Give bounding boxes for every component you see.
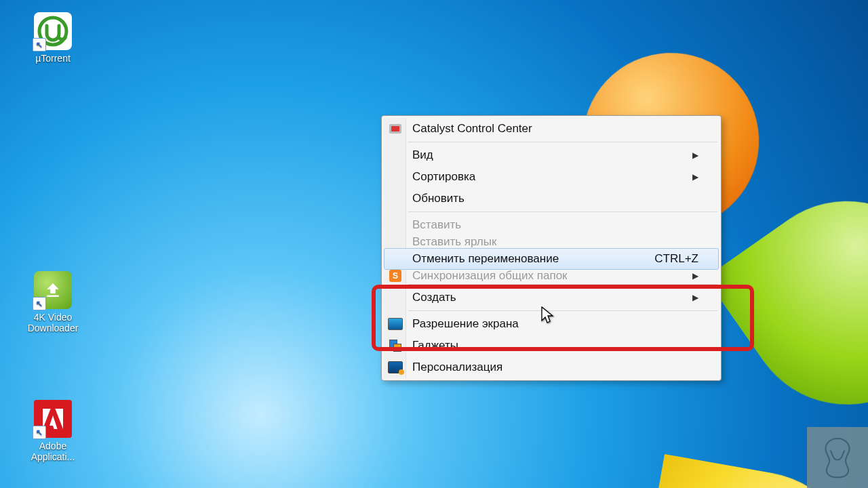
menu-item-label: Гаджеты bbox=[412, 339, 458, 352]
menu-item-personalize[interactable]: Персонализация bbox=[384, 357, 719, 378]
menu-item-new[interactable]: Создать ▶ bbox=[384, 287, 719, 308]
menu-item-label: Создать bbox=[412, 291, 456, 304]
desktop-icon-label: 4K Video Downloader bbox=[19, 312, 87, 333]
shortcut-overlay-icon bbox=[33, 38, 46, 52]
watermark-badge bbox=[807, 427, 868, 488]
menu-item-shared-folder-sync[interactable]: S Синхронизация общих папок ▶ bbox=[384, 270, 719, 282]
gadgets-icon bbox=[388, 338, 403, 353]
desktop-icon-label: Adobe Applicati... bbox=[19, 441, 87, 462]
menu-item-sort[interactable]: Сортировка ▶ bbox=[384, 166, 719, 188]
menu-separator bbox=[408, 211, 717, 212]
menu-item-label: Обновить bbox=[412, 192, 465, 205]
desktop-icon-utorrent[interactable]: µTorrent bbox=[19, 12, 87, 64]
menu-item-screen-resolution[interactable]: Разрешение экрана bbox=[384, 313, 719, 335]
menu-item-label: Вставить bbox=[412, 218, 461, 232]
menu-item-label: Вид bbox=[412, 148, 433, 162]
menu-item-gadgets[interactable]: Гаджеты bbox=[384, 335, 719, 357]
menu-item-label: Разрешение экрана bbox=[412, 317, 519, 331]
menu-separator bbox=[408, 142, 717, 142]
menu-item-paste-shortcut: Вставить ярлык bbox=[384, 236, 719, 248]
submenu-arrow-icon: ▶ bbox=[692, 293, 698, 302]
submenu-arrow-icon: ▶ bbox=[692, 150, 698, 160]
personalize-icon bbox=[388, 360, 403, 375]
ati-icon bbox=[388, 121, 403, 136]
menu-item-refresh[interactable]: Обновить bbox=[384, 188, 719, 209]
menu-separator bbox=[408, 310, 717, 311]
shortcut-overlay-icon bbox=[33, 426, 46, 439]
menu-item-paste: Вставить bbox=[384, 214, 719, 236]
menu-item-label: Персонализация bbox=[412, 361, 502, 374]
menu-item-accelerator: CTRL+Z bbox=[654, 252, 698, 266]
desktop-icon-adobe[interactable]: Adobe Applicati... bbox=[19, 400, 87, 462]
submenu-arrow-icon: ▶ bbox=[692, 271, 698, 281]
menu-separator bbox=[408, 284, 717, 285]
desktop-context-menu: Catalyst Control Center Вид ▶ Сортировка… bbox=[381, 115, 722, 381]
menu-item-undo-rename[interactable]: Отменить переименование CTRL+Z bbox=[384, 248, 719, 270]
desktop-icon-label: µTorrent bbox=[19, 53, 87, 64]
menu-item-label: Сортировка bbox=[412, 170, 475, 184]
menu-item-label: Синхронизация общих папок bbox=[412, 270, 568, 282]
desktop-icon-4kvideo[interactable]: 4K Video Downloader bbox=[19, 271, 87, 333]
desktop[interactable]: µTorrent 4K Video Downloader Adobe Appli… bbox=[0, 0, 868, 488]
menu-item-label: Catalyst Control Center bbox=[412, 122, 532, 136]
menu-item-catalyst-control-center[interactable]: Catalyst Control Center bbox=[384, 118, 719, 140]
menu-item-view[interactable]: Вид ▶ bbox=[384, 144, 719, 166]
menu-item-label: Отменить переименование bbox=[412, 252, 559, 266]
groove-icon: S bbox=[388, 270, 403, 282]
monitor-icon bbox=[388, 317, 403, 331]
submenu-arrow-icon: ▶ bbox=[692, 172, 698, 182]
shortcut-overlay-icon bbox=[33, 297, 46, 310]
menu-item-label: Вставить ярлык bbox=[412, 236, 496, 248]
